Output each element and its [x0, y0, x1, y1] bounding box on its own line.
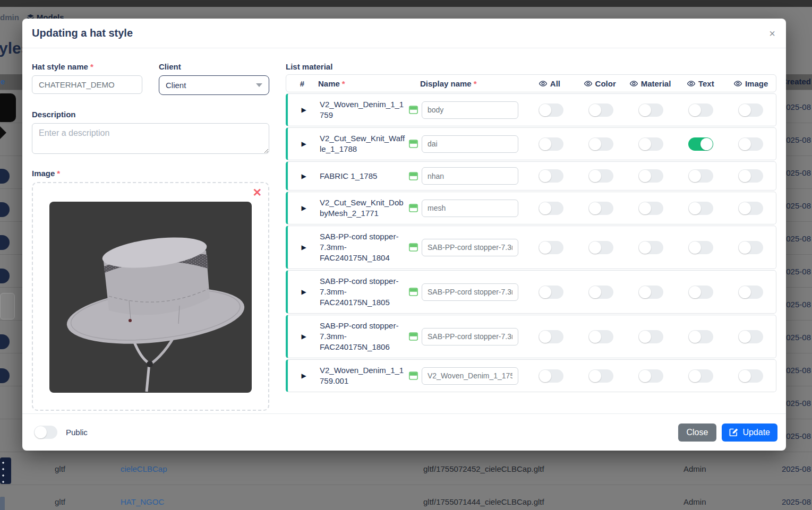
- modal-title: Updating a hat style: [32, 27, 133, 39]
- toggle-text[interactable]: [688, 103, 713, 117]
- hat-style-name-input[interactable]: [32, 75, 142, 94]
- toggle-image[interactable]: [738, 286, 763, 299]
- toggle-material[interactable]: [638, 137, 663, 151]
- toggle-color[interactable]: [588, 137, 613, 151]
- toggle-material[interactable]: [638, 241, 663, 254]
- modal-footer: Public Close Update: [22, 413, 786, 451]
- update-hat-style-modal: Updating a hat style × Hat style name* C…: [22, 19, 786, 451]
- toggle-material[interactable]: [638, 202, 663, 215]
- eye-icon: [629, 79, 638, 88]
- eye-icon: [539, 79, 548, 88]
- toggle-all[interactable]: [539, 330, 563, 343]
- toggle-text[interactable]: [688, 202, 713, 215]
- update-button[interactable]: Update: [722, 423, 777, 442]
- close-button[interactable]: Close: [678, 423, 717, 442]
- expand-caret-icon[interactable]: ▶: [301, 372, 306, 379]
- toggle-text[interactable]: [688, 330, 713, 343]
- column-image[interactable]: Image: [725, 79, 776, 88]
- toggle-image[interactable]: [738, 369, 763, 383]
- toggle-image[interactable]: [738, 202, 763, 215]
- column-all[interactable]: All: [524, 79, 575, 88]
- toggle-all[interactable]: [539, 137, 563, 151]
- model-name-link[interactable]: cieleCLBCap: [121, 464, 167, 473]
- toggle-material[interactable]: [638, 330, 663, 343]
- toggle-all[interactable]: [539, 369, 563, 383]
- model-name-link[interactable]: HAT_NGOC: [121, 497, 164, 506]
- model-owner: Admin: [683, 497, 706, 506]
- display-name-input[interactable]: [422, 101, 518, 119]
- toggle-color[interactable]: [588, 369, 613, 383]
- toggle-text[interactable]: [688, 369, 713, 383]
- toggle-all[interactable]: [539, 169, 563, 183]
- toggle-image[interactable]: [738, 137, 763, 151]
- toggle-material[interactable]: [638, 369, 663, 383]
- material-rows: ▶V2_Woven_Denim_1_1759▶V2_Cut_Sew_Knit_W…: [286, 93, 776, 392]
- created-date: 2025-08: [782, 168, 811, 177]
- toggle-image[interactable]: [738, 330, 763, 343]
- material-row: ▶SAB-PP-cord stopper-7.3mm-FAC240175N_18…: [286, 270, 776, 314]
- client-label: Client: [159, 62, 269, 71]
- column-text[interactable]: Text: [675, 79, 725, 88]
- display-name-input[interactable]: [422, 328, 518, 345]
- toggle-text[interactable]: [688, 286, 713, 299]
- expand-caret-icon[interactable]: ▶: [301, 204, 306, 212]
- toggle-material[interactable]: [638, 286, 663, 299]
- list-material-label: List material: [286, 62, 776, 71]
- expand-caret-icon[interactable]: ▶: [301, 244, 306, 251]
- public-toggle[interactable]: [34, 426, 57, 439]
- toggle-color[interactable]: [588, 103, 613, 117]
- toggle-all[interactable]: [539, 202, 563, 215]
- column-material[interactable]: Material: [625, 79, 676, 88]
- background-table-row: gltfHAT_NGOCgltf/1755071444_cieleCLBCap.…: [0, 485, 812, 510]
- display-name-input[interactable]: [422, 367, 518, 385]
- partial-thumbnail: [0, 126, 6, 139]
- eye-icon: [584, 79, 593, 88]
- toggle-all[interactable]: [539, 103, 563, 117]
- chevron-down-icon: [256, 83, 262, 87]
- toggle-image[interactable]: [738, 241, 763, 254]
- edit-icon: [729, 428, 738, 437]
- expand-caret-icon[interactable]: ▶: [301, 172, 306, 180]
- breadcrumb-admin-partial: dmin: [0, 13, 19, 22]
- toggle-text[interactable]: [688, 241, 713, 254]
- client-select[interactable]: Client: [159, 75, 269, 95]
- display-name-input[interactable]: [422, 135, 518, 153]
- expand-caret-icon[interactable]: ▶: [301, 106, 306, 114]
- remove-image-button[interactable]: ✕: [252, 186, 262, 199]
- material-table-header: # Name* Display name* All Color: [286, 74, 776, 92]
- display-name-input[interactable]: [422, 283, 518, 301]
- toggle-material[interactable]: [638, 169, 663, 183]
- toggle-image[interactable]: [738, 169, 763, 183]
- toggle-color[interactable]: [588, 330, 613, 343]
- display-name-input[interactable]: [422, 200, 518, 217]
- toggle-color[interactable]: [588, 286, 613, 299]
- column-color[interactable]: Color: [575, 79, 625, 88]
- modal-header: Updating a hat style ×: [22, 19, 786, 48]
- toggle-text[interactable]: [688, 137, 713, 151]
- display-name-input[interactable]: [422, 239, 518, 256]
- expand-caret-icon[interactable]: ▶: [301, 288, 306, 296]
- expand-caret-icon[interactable]: ▶: [301, 140, 306, 148]
- toggle-material[interactable]: [638, 103, 663, 117]
- toggle-all[interactable]: [539, 241, 563, 254]
- model-type: gltf: [55, 497, 65, 506]
- toggle-color[interactable]: [588, 241, 613, 254]
- model-owner: Admin: [683, 464, 706, 473]
- display-name-input[interactable]: [422, 167, 518, 185]
- toggle-image[interactable]: [738, 103, 763, 117]
- description-textarea[interactable]: [32, 123, 269, 154]
- toggle-color[interactable]: [588, 202, 613, 215]
- created-date: 2025-08: [782, 431, 811, 440]
- material-row: ▶V2_Woven_Denim_1_1759.001: [286, 359, 776, 392]
- toggle-color[interactable]: [588, 169, 613, 183]
- material-card-icon: [409, 243, 418, 252]
- material-name: SAB-PP-cord stopper-7.3mm-FAC240175N_180…: [320, 231, 409, 263]
- close-icon[interactable]: ×: [769, 28, 775, 39]
- image-dropzone[interactable]: ✕: [32, 182, 269, 411]
- expand-caret-icon[interactable]: ▶: [301, 333, 306, 340]
- toggle-text[interactable]: [688, 169, 713, 183]
- toggle-all[interactable]: [539, 286, 563, 299]
- model-path: gltf/1755071444_cieleCLBCap.gltf: [423, 497, 544, 506]
- created-date: 2025-08: [782, 135, 811, 144]
- material-name: V2_Woven_Denim_1_1759: [320, 99, 409, 120]
